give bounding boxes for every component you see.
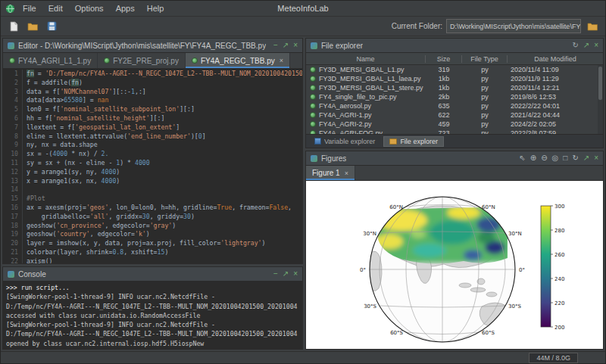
browse-folder-button[interactable]: [585, 19, 600, 33]
float-icon[interactable]: ↗: [283, 42, 289, 49]
tab-file-explorer[interactable]: File explorer: [383, 136, 444, 147]
menu-options[interactable]: Options: [69, 4, 110, 13]
save-file-button[interactable]: [44, 19, 59, 33]
console-output[interactable]: >>> run script...[SwingWorker-pool-1-thr…: [3, 282, 302, 349]
main-toolbar: Current Folder: D:\Working\MIScript\Jyth…: [1, 16, 605, 36]
menu-edit[interactable]: Edit: [42, 4, 69, 13]
svg-text:60°S: 60°S: [482, 330, 495, 336]
menu-bar: File Edit Options Apps Help MeteoInfoLab: [1, 1, 605, 16]
code-line: 18geoshow('cn_province', edgecolor='gray…: [3, 222, 302, 231]
py-file-icon: [9, 58, 15, 64]
svg-text:30°S: 30°S: [364, 303, 376, 310]
code-line: 7llextent = f['geospatial_lat_lon_extent…: [3, 123, 302, 132]
code-line: 15#Plot: [3, 194, 302, 204]
float-icon[interactable]: ↗: [583, 42, 589, 49]
scrollbar-thumb[interactable]: [598, 67, 602, 100]
figures-panel-header: Figures ⇖ ⊕ ⊖ ◎ □ ↻ ↗ ×: [306, 151, 603, 166]
code-editor[interactable]: 1fn = 'D:/Temp/nc/FY4A--AGRI---N_REGC_10…: [3, 69, 302, 263]
editor-tab-fy4a-agri-l1[interactable]: FY4A_AGRI_L1_1.py: [3, 53, 98, 68]
editor-tab-label: FY2E_PRE_proj.py: [113, 57, 179, 65]
figure-tab-bar: Figure 1 ×: [306, 166, 603, 181]
file-row[interactable]: FY4A_AGRI-2.py459py2024/2/2 02:05: [306, 120, 603, 129]
minimize-icon[interactable]: −: [273, 270, 278, 278]
svg-text:260: 260: [554, 252, 564, 258]
code-line: 11sy = sx + (nx - eline - 1) * 4000: [3, 159, 302, 168]
refresh-icon[interactable]: ↻: [572, 42, 578, 49]
tab-close-icon[interactable]: ×: [280, 57, 283, 64]
column-file-type[interactable]: File Type: [462, 55, 508, 63]
py-file-icon: [310, 67, 316, 73]
file-table-header: Name Size File Type Date Modified: [306, 53, 603, 65]
file-row[interactable]: FY3D_MERSI_GBAL_L1_stere.py1kbpy2020/11/…: [306, 83, 603, 92]
py-file-icon: [310, 112, 316, 118]
figure-plot: 60°N 60°N 30°N 30°N 0° 0° 30°S 30°S 60°S…: [306, 181, 601, 349]
code-line: 12y = arange1(sy, ny, 4000): [3, 168, 302, 177]
code-line: 2f = addfile(fn): [3, 79, 302, 88]
minimize-icon[interactable]: −: [273, 42, 278, 49]
py-file-icon: [310, 121, 316, 127]
code-line: 5lon0 = f['nominal_satellite_subpoint_lo…: [3, 105, 302, 114]
file-explorer-header: File explorer ↻ ↗ ×: [306, 39, 603, 53]
figure-canvas[interactable]: 60°N 60°N 30°N 30°N 0° 0° 30°S 30°S 60°S…: [306, 181, 603, 349]
menu-file[interactable]: File: [17, 4, 42, 13]
figures-panel-icon: [311, 155, 317, 162]
float-icon[interactable]: ↗: [583, 154, 589, 162]
code-line: 3data = f['NOMChannel07'][::-1,:]: [3, 88, 302, 97]
column-name[interactable]: Name: [306, 55, 426, 63]
file-list[interactable]: FY3D_MERSI_GBAL_L1.py319py2020/11/4 11:0…: [306, 65, 603, 134]
close-icon[interactable]: ×: [594, 154, 598, 162]
console-panel-title: Console: [18, 270, 46, 278]
py-file-icon: [310, 85, 316, 91]
editor-tab-label: FY4A_AGRI_L1_1.py: [18, 57, 91, 65]
code-line: 21colorbar(layer, shrink=0.8, xshift=15): [3, 248, 302, 257]
svg-text:300: 300: [554, 204, 564, 210]
pan-icon[interactable]: ◎: [552, 154, 559, 162]
column-date-modified[interactable]: Date Modified: [508, 55, 603, 63]
svg-text:30°N: 30°N: [508, 231, 522, 237]
float-icon[interactable]: ↗: [283, 270, 289, 278]
scrollbar[interactable]: [598, 65, 603, 134]
editor-panel-icon: [8, 42, 14, 49]
editor-panel: Editor - D:\Working\MIScript\Jython\mis\…: [2, 38, 303, 264]
full-extent-icon[interactable]: □: [563, 154, 567, 162]
figure-tab-1[interactable]: Figure 1 ×: [306, 166, 355, 180]
code-line: 10sx = -(4000 * nx) / 2.: [3, 150, 302, 159]
zoom-out-icon[interactable]: ⊖: [541, 154, 547, 162]
tab-close-icon[interactable]: ×: [345, 170, 348, 177]
console-line: accessed with class ucar.unidata.io.Rand…: [6, 311, 299, 320]
menu-help[interactable]: Help: [141, 4, 170, 13]
current-folder-select[interactable]: D:\Working\MIScript\Jython\mis\satellite…: [446, 19, 581, 33]
svg-text:30°N: 30°N: [363, 231, 376, 237]
open-file-button[interactable]: [25, 19, 40, 33]
console-line: D:/Temp/nc/FY4A--AGRI---N_REGC_1047E_L2-…: [6, 302, 299, 311]
select-cursor-icon[interactable]: ⇖: [519, 154, 525, 162]
close-icon[interactable]: ×: [293, 270, 298, 278]
file-row[interactable]: FY4A_AGRI-FOG.py723py2022/2/8 07:59: [306, 129, 603, 134]
rotate-icon[interactable]: ↻: [572, 154, 578, 162]
tab-label: File explorer: [400, 138, 438, 145]
code-line: 4data[data>65580] = nan: [3, 96, 302, 105]
menu-apps[interactable]: Apps: [110, 4, 141, 13]
editor-tab-fy2e-pre-proj[interactable]: FY2E_PRE_proj.py: [98, 53, 186, 68]
column-size[interactable]: Size: [426, 55, 462, 63]
new-file-button[interactable]: [6, 19, 21, 33]
figure-tab-label: Figure 1: [312, 169, 340, 177]
console-line: D:/Temp/nc/FY4A--AGRI---N_REGC_1047E_L2-…: [6, 329, 299, 338]
editor-tab-label: FY4A_REGC_TBB.py: [201, 57, 275, 65]
svg-text:60°N: 60°N: [389, 204, 403, 210]
file-row[interactable]: FY4_single_file_to_pic.py2kbpy2019/8/6 1…: [306, 92, 603, 101]
file-row[interactable]: FY3D_MERSI_GBAL_L1.py319py2020/11/4 11:0…: [306, 65, 603, 74]
close-icon[interactable]: ×: [594, 42, 598, 49]
console-panel: Console − ↗ × >>> run script...[SwingWor…: [2, 266, 303, 350]
zoom-in-icon[interactable]: ⊕: [530, 154, 536, 162]
file-row[interactable]: FY4A_AGRI-1.py622py2021/4/22 04:44: [306, 110, 603, 120]
code-line: 19geoshow('country', edgecolor='k'): [3, 230, 302, 239]
tab-variable-explorer[interactable]: Variable explorer: [308, 136, 381, 147]
editor-tab-fy4a-regc-tbb[interactable]: FY4A_REGC_TBB.py ×: [186, 53, 290, 68]
svg-text:0°: 0°: [519, 267, 525, 273]
file-explorer-icon: [311, 42, 317, 49]
file-row[interactable]: FY4A_aerosol.py635py2022/2/22 04:01: [306, 101, 603, 110]
editor-panel-title: Editor - D:\Working\MIScript\Jython\mis\…: [18, 42, 266, 50]
file-row[interactable]: FY3D_MERSI_GBAL_L1_laea.py1kbpy2020/11/9…: [306, 74, 603, 83]
close-icon[interactable]: ×: [293, 42, 298, 49]
